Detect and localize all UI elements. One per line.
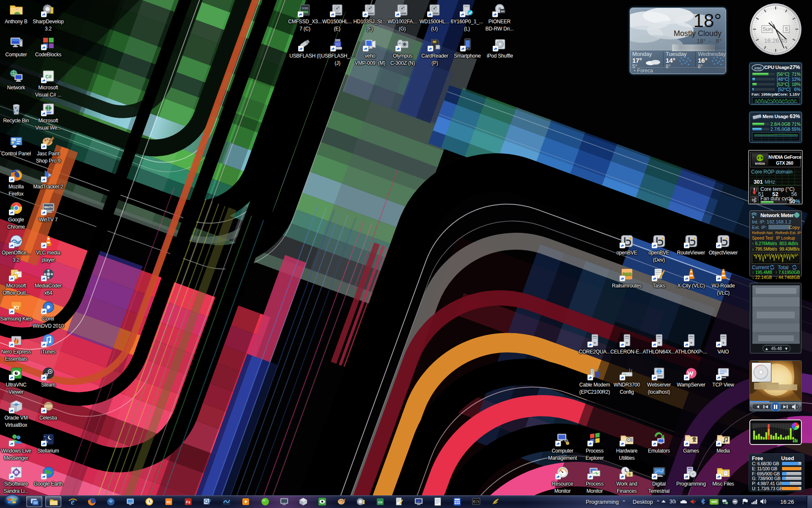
svg-text:Core ROP domain: Core ROP domain [751, 169, 793, 175]
svg-text:⌐: ⌐ [418, 500, 420, 503]
svg-text:C#: C# [378, 500, 383, 504]
svg-text:Sun: Sun [763, 26, 771, 32]
svg-text:5: 5 [785, 26, 788, 32]
svg-text:Kt: Kt [167, 500, 171, 504]
svg-text:MHz: MHz [765, 179, 775, 185]
svg-text:intel: intel [754, 66, 762, 70]
svg-text:C:\: C:\ [473, 500, 480, 503]
svg-text:NVIDIA: NVIDIA [755, 162, 765, 165]
svg-text:301: 301 [754, 179, 763, 185]
svg-text:e: e [71, 497, 75, 506]
svg-text:16:26:45: 16:26:45 [764, 37, 787, 44]
svg-text:Fz: Fz [186, 500, 190, 504]
